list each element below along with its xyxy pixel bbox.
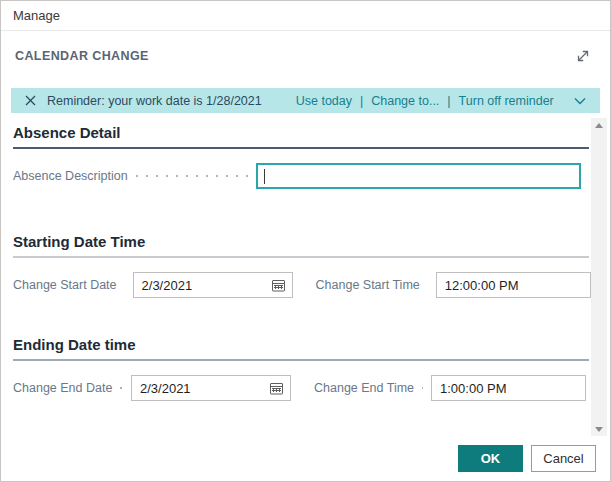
- link-separator: |: [447, 94, 450, 108]
- field-label: Change Start Time: [316, 278, 420, 292]
- dialog-footer: OK Cancel: [1, 436, 610, 481]
- end-date-input-shell: [131, 375, 291, 401]
- calendar-change-dialog: Manage CALENDAR CHANGE Reminder:: [0, 0, 611, 482]
- dotted-leader: [136, 175, 248, 177]
- section-title: Ending Date time: [13, 336, 589, 359]
- turn-off-reminder-link[interactable]: Turn off reminder: [459, 94, 554, 108]
- field-label: Absence Description: [13, 169, 128, 183]
- use-today-link[interactable]: Use today: [296, 94, 352, 108]
- ok-button[interactable]: OK: [458, 445, 523, 472]
- reminder-message: Reminder: your work date is 1/28/2021: [47, 94, 262, 108]
- link-separator: |: [360, 94, 363, 108]
- section-starting-date-time: Starting Date Time Change Start Date: [13, 233, 589, 298]
- dialog-content: Absence Detail Absence Description Start…: [1, 113, 610, 437]
- end-time-input-shell: [431, 375, 586, 401]
- change-end-time-input[interactable]: [432, 376, 585, 400]
- work-date-reminder-banner: Reminder: your work date is 1/28/2021 Us…: [11, 88, 600, 113]
- page-title: CALENDAR CHANGE: [15, 49, 149, 63]
- calendar-icon[interactable]: [271, 278, 286, 293]
- section-title: Starting Date Time: [13, 233, 589, 256]
- section-ending-date-time: Ending Date time Change End Date: [13, 336, 589, 401]
- scroll-down-arrow-icon[interactable]: [595, 427, 603, 432]
- field-change-start-date: Change Start Date: [13, 272, 293, 298]
- reminder-actions: Use today | Change to... | Turn off remi…: [296, 94, 554, 108]
- change-start-date-input[interactable]: [134, 273, 292, 297]
- field-change-end-date: Change End Date: [13, 375, 291, 401]
- calendar-icon[interactable]: [269, 381, 284, 396]
- vertical-scrollbar[interactable]: [591, 118, 607, 437]
- absence-description-input-shell: [256, 163, 581, 189]
- field-change-start-time: Change Start Time: [316, 272, 591, 298]
- close-icon: [25, 95, 36, 106]
- field-label: Change Start Date: [13, 278, 117, 292]
- section-title: Absence Detail: [13, 124, 589, 147]
- text-caret: [264, 169, 265, 184]
- expand-button[interactable]: [572, 45, 594, 67]
- field-label: Change End Time: [314, 381, 414, 395]
- cancel-button[interactable]: Cancel: [531, 445, 596, 472]
- section-divider: [13, 359, 589, 361]
- absence-description-input[interactable]: [258, 165, 579, 187]
- banner-close-button[interactable]: [19, 90, 41, 112]
- chevron-down-icon: [574, 97, 586, 105]
- section-divider: [13, 256, 589, 258]
- manage-bar: Manage: [1, 1, 610, 31]
- field-change-end-time: Change End Time: [314, 375, 586, 401]
- start-date-input-shell: [133, 272, 293, 298]
- dotted-leader: [422, 387, 423, 389]
- dotted-leader: [120, 387, 123, 389]
- field-absence-description: Absence Description: [13, 163, 581, 189]
- scroll-up-arrow-icon[interactable]: [595, 123, 603, 128]
- field-label: Change End Date: [13, 381, 112, 395]
- start-time-input-shell: [436, 272, 591, 298]
- section-divider: [13, 147, 589, 149]
- section-absence-detail: Absence Detail Absence Description: [13, 124, 589, 189]
- change-start-time-input[interactable]: [437, 273, 590, 297]
- manage-group-label: Manage: [13, 8, 60, 23]
- banner-collapse-button[interactable]: [570, 91, 590, 111]
- change-end-date-input[interactable]: [132, 376, 290, 400]
- expand-icon: [574, 47, 592, 65]
- change-to-link[interactable]: Change to...: [371, 94, 439, 108]
- dialog-caption-row: CALENDAR CHANGE: [1, 31, 610, 81]
